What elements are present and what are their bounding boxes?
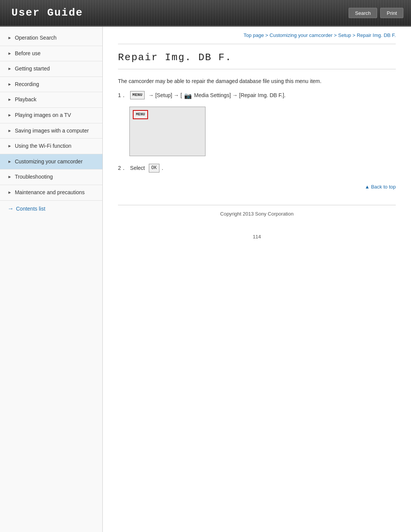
sidebar-item-saving-images[interactable]: ► Saving images with a computer xyxy=(0,123,102,139)
sidebar-item-label: Recording xyxy=(15,81,97,88)
step-1-arrow-setup: → [Setup] → [ xyxy=(147,91,182,99)
back-to-top-triangle: ▲ xyxy=(365,184,370,190)
back-to-top-label: Back to top xyxy=(371,184,396,190)
chevron-right-icon: ► xyxy=(8,159,12,165)
sidebar-item-operation-search[interactable]: ► Operation Search xyxy=(0,30,102,46)
breadcrumb-separator: > xyxy=(265,32,269,38)
step-2-number: 2． xyxy=(118,164,126,172)
site-title: User Guide xyxy=(0,7,83,19)
chevron-right-icon: ► xyxy=(8,143,12,149)
sidebar-item-customizing[interactable]: ► Customizing your camcorder xyxy=(0,154,102,170)
search-button[interactable]: Search xyxy=(349,8,377,18)
sidebar-item-playback[interactable]: ► Playback xyxy=(0,92,102,108)
chevron-right-icon: ► xyxy=(8,190,12,195)
sidebar-item-playing-images-tv[interactable]: ► Playing images on a TV xyxy=(0,108,102,123)
step-2-period: . xyxy=(162,164,163,172)
description-text: The camcorder may be able to repair the … xyxy=(118,77,396,85)
content-body: The camcorder may be able to repair the … xyxy=(118,77,396,173)
page-number: 114 xyxy=(118,234,396,240)
chevron-right-icon: ► xyxy=(8,51,12,56)
step-1-text2: Media Settings] → [Repair Img. DB F.]. xyxy=(194,91,285,99)
arrow-right-icon: → xyxy=(8,205,14,212)
sidebar-item-label: Using the Wi-Fi function xyxy=(15,142,97,150)
step-1-number: 1． xyxy=(118,91,126,99)
sidebar-item-label: Playback xyxy=(15,96,97,104)
footer: Copyright 2013 Sony Corporation xyxy=(118,205,396,222)
chevron-right-icon: ► xyxy=(8,35,12,41)
breadcrumb: Top page > Customizing your camcorder > … xyxy=(118,32,396,44)
breadcrumb-setup[interactable]: Setup xyxy=(338,32,351,38)
copyright-text: Copyright 2013 Sony Corporation xyxy=(220,211,294,217)
camcorder-screenshot: MENU xyxy=(129,107,206,156)
step-1-line: 1． MENU → [Setup] → [ 📷 Media Settings] … xyxy=(118,91,396,101)
sidebar-item-recording[interactable]: ► Recording xyxy=(0,77,102,93)
chevron-right-icon: ► xyxy=(8,112,12,118)
chevron-right-icon: ► xyxy=(8,97,12,102)
step-2-line: 2． Select OK . xyxy=(118,164,396,173)
sidebar: ► Operation Search ► Before use ► Gettin… xyxy=(0,27,103,532)
chevron-right-icon: ► xyxy=(8,66,12,72)
main-content: Top page > Customizing your camcorder > … xyxy=(103,27,411,532)
header-buttons: Search Print xyxy=(349,8,403,18)
media-settings-icon: 📷 xyxy=(184,91,192,101)
step-2-text: Select xyxy=(130,164,147,172)
header: User Guide Search Print xyxy=(0,0,411,27)
sidebar-item-before-use[interactable]: ► Before use xyxy=(0,46,102,62)
breadcrumb-current[interactable]: Repair Img. DB F. xyxy=(357,32,396,38)
contents-list-link[interactable]: → Contents list xyxy=(0,201,102,217)
sidebar-item-maintenance[interactable]: ► Maintenance and precautions xyxy=(0,185,102,201)
sidebar-item-label: Saving images with a computer xyxy=(15,127,97,135)
sidebar-item-label: Before use xyxy=(15,50,97,58)
breadcrumb-customizing[interactable]: Customizing your camcorder xyxy=(269,32,332,38)
sidebar-item-label: Playing images on a TV xyxy=(15,112,97,119)
sidebar-item-label: Customizing your camcorder xyxy=(15,158,97,166)
sidebar-item-label: Maintenance and precautions xyxy=(15,189,97,197)
sidebar-item-label: Troubleshooting xyxy=(15,173,97,181)
contents-link-label: Contents list xyxy=(16,206,45,212)
page-title: Repair Img. DB F. xyxy=(118,52,396,69)
print-button[interactable]: Print xyxy=(380,8,403,18)
sidebar-item-wifi[interactable]: ► Using the Wi-Fi function xyxy=(0,139,102,154)
step-2: 2． Select OK . xyxy=(118,164,396,173)
breadcrumb-separator: > xyxy=(334,32,338,38)
chevron-right-icon: ► xyxy=(8,174,12,180)
sidebar-item-troubleshooting[interactable]: ► Troubleshooting xyxy=(0,169,102,185)
chevron-right-icon: ► xyxy=(8,128,12,134)
menu-tag-label: MENU xyxy=(133,110,148,119)
menu-button-label: MENU xyxy=(130,91,145,99)
breadcrumb-top-page[interactable]: Top page xyxy=(244,32,264,38)
sidebar-item-label: Getting started xyxy=(15,65,97,73)
back-to-top[interactable]: ▲ Back to top xyxy=(118,184,396,190)
main-layout: ► Operation Search ► Before use ► Gettin… xyxy=(0,27,411,532)
chevron-right-icon: ► xyxy=(8,81,12,87)
sidebar-item-label: Operation Search xyxy=(15,34,97,42)
breadcrumb-separator: > xyxy=(352,32,357,38)
step-1: 1． MENU → [Setup] → [ 📷 Media Settings] … xyxy=(118,91,396,156)
sidebar-item-getting-started[interactable]: ► Getting started xyxy=(0,61,102,77)
ok-button-label: OK xyxy=(149,164,159,173)
